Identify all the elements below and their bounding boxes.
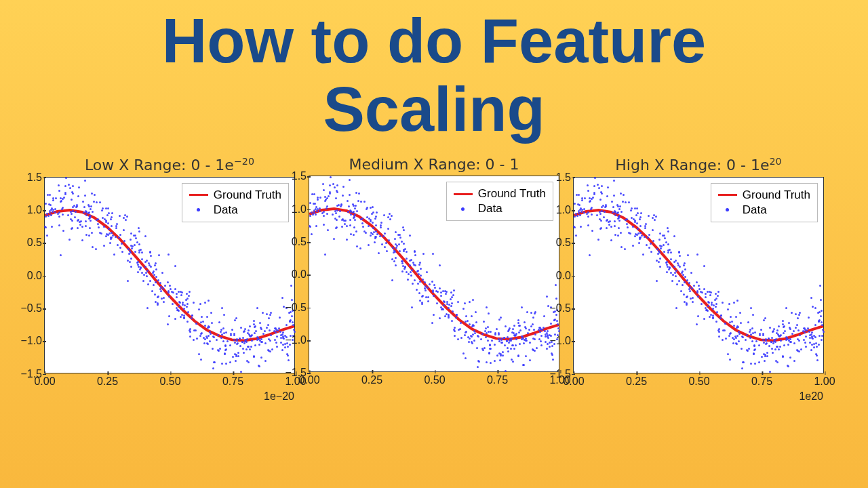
chart-title: Medium X Range: 0 - 1 <box>309 156 559 173</box>
x-axis: 0.000.250.500.751.00 <box>309 374 559 388</box>
legend: Ground Truth Data <box>182 183 289 222</box>
x-axis-exponent: 1e−20 <box>264 390 294 403</box>
chart-panel-0: Low X Range: 0 - 1e−20 1.51.00.50.0−0.5−… <box>44 156 295 373</box>
legend-item-truth: Ground Truth <box>718 188 810 203</box>
page-title: How to do Feature Scaling <box>0 0 868 144</box>
legend-item-data: Data <box>718 203 810 218</box>
title-line-1: How to do Feature <box>0 7 868 75</box>
chart-panel-2: High X Range: 0 - 1e20 1.51.00.50.0−0.5−… <box>573 156 824 373</box>
title-line-2: Scaling <box>0 75 868 144</box>
x-axis: 0.000.250.500.751.00 <box>45 375 294 389</box>
legend-dot-icon <box>718 208 737 211</box>
legend-item-data: Data <box>454 201 546 216</box>
legend-item-truth: Ground Truth <box>189 188 281 203</box>
legend-dot-icon <box>454 207 473 211</box>
x-axis-exponent: 1e20 <box>799 390 823 403</box>
plot-area: 1.51.00.50.0−0.5−1.0−1.5 0.000.250.500.7… <box>309 176 559 372</box>
x-axis: 0.000.250.500.751.00 <box>574 375 823 389</box>
chart-title: Low X Range: 0 - 1e−20 <box>44 156 295 174</box>
legend-line-icon <box>718 194 737 196</box>
legend-item-data: Data <box>189 203 281 218</box>
legend-line-icon <box>454 193 473 195</box>
chart-title: High X Range: 0 - 1e20 <box>573 156 824 174</box>
chart-panel-1: Medium X Range: 0 - 1 1.51.00.50.0−0.5−1… <box>309 156 559 373</box>
plot-area: 1.51.00.50.0−0.5−1.0−1.5 0.000.250.500.7… <box>573 177 824 373</box>
charts-row: Low X Range: 0 - 1e−20 1.51.00.50.0−0.5−… <box>0 156 868 373</box>
legend-item-truth: Ground Truth <box>454 186 546 201</box>
y-axis: 1.51.00.50.0−0.5−1.0−1.5 <box>541 178 571 373</box>
legend-dot-icon <box>189 208 208 211</box>
legend: Ground Truth Data <box>711 183 818 222</box>
legend-line-icon <box>189 194 208 196</box>
legend: Ground Truth Data <box>446 182 553 221</box>
plot-area: 1.51.00.50.0−0.5−1.0−1.5 0.000.250.500.7… <box>44 177 295 373</box>
y-axis: 1.51.00.50.0−0.5−1.0−1.5 <box>277 176 307 371</box>
y-axis: 1.51.00.50.0−0.5−1.0−1.5 <box>12 178 42 373</box>
